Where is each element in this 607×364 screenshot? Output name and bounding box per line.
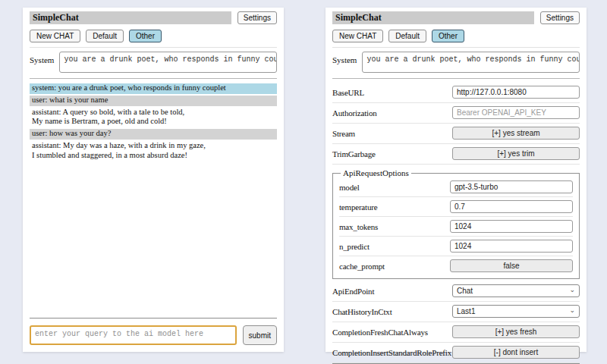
api-endpoint-select[interactable]: Chat ⌄ [452,284,580,297]
chat-message-line: user: what is your name [32,96,275,105]
query-input[interactable] [30,325,237,345]
trimgarbage-toggle-button[interactable]: [+] yes trim [452,147,580,160]
setting-row-max-tokens: max_tokens [339,217,573,237]
authorization-input[interactable] [452,106,580,119]
api-endpoint-label: ApiEndPoint [332,287,374,296]
new-chat-button[interactable]: New CHAT [332,30,383,42]
system-prompt-row: System you are a drunk poet, who respond… [332,52,580,73]
query-row: submit [30,325,277,345]
max-tokens-label: max_tokens [339,222,378,231]
setting-row-completion-fresh: CompletionFreshChatAlways [+] yes fresh [332,322,580,343]
chevron-down-icon: ⌄ [569,307,575,314]
completion-fresh-label: CompletionFreshChatAlways [332,328,428,337]
settings-button[interactable]: Settings [540,11,580,24]
trimgarbage-label: TrimGarbage [332,149,376,158]
query-area: submit [30,318,277,345]
setting-row-completion-insert: CompletionInsertStandardRolePrefix [-] d… [332,343,580,363]
app-title: SimpleChat [335,12,382,24]
setting-row-n-predict: n_predict [339,237,573,256]
settings-panel: SimpleChat Settings New CHAT Default Oth… [326,8,587,352]
chat-history-select[interactable]: Last1 ⌄ [452,305,580,318]
divider [30,318,277,318]
submit-button[interactable]: submit [243,325,277,345]
divider [30,47,277,48]
api-endpoint-selected-value: Chat [457,287,473,295]
api-request-options-fieldset: ApiRequestOptions model temperature max_… [332,168,580,279]
chat-message-user: user: what is your name [30,96,277,106]
completion-fresh-toggle-button[interactable]: [+] yes fresh [452,325,580,338]
session-button-other[interactable]: Other [129,30,162,42]
titlebar: SimpleChat [332,11,534,24]
cache-prompt-label: cache_prompt [339,262,385,271]
completion-insert-label: CompletionInsertStandardRolePrefix [332,348,451,357]
stream-label: Stream [332,129,355,138]
chevron-down-icon: ⌄ [569,287,575,293]
setting-row-trimgarbage: TrimGarbage [+] yes trim [332,144,580,165]
titlebar: SimpleChat [30,11,231,24]
session-button-default[interactable]: Default [86,30,124,42]
chat-message-line: My name is Bertram, a poet, old and cold… [32,117,275,127]
n-predict-label: n_predict [339,242,370,251]
chat-message-assistant: assistant: My day was a haze, with a dri… [30,141,277,162]
temperature-input[interactable] [450,200,573,213]
chat-history-label: ChatHistoryInCtxt [332,307,392,316]
titlebar-row: SimpleChat Settings [30,11,277,24]
workspace: SimpleChat Settings New CHAT Default Oth… [0,0,607,352]
system-prompt-row: System you are a drunk poet, who respond… [30,52,277,73]
chat-message-line: assistant: A query so bold, with a tale … [32,108,275,118]
divider [30,78,277,79]
chat-panel: SimpleChat Settings New CHAT Default Oth… [23,8,284,352]
sessions-row: New CHAT Default Other [332,30,580,42]
new-chat-button[interactable]: New CHAT [30,30,80,42]
baseurl-input[interactable] [452,86,580,99]
setting-row-chat-history: ChatHistoryInCtxt Last1 ⌄ [332,302,580,322]
max-tokens-input[interactable] [450,220,573,233]
system-label: System [332,52,357,73]
model-label: model [339,183,360,192]
settings-list: BaseURL Authorization Stream [+] yes str… [332,83,580,363]
setting-row-baseurl: BaseURL [332,83,580,103]
setting-row-stream: Stream [+] yes stream [332,124,580,144]
temperature-label: temperature [339,202,377,212]
stream-toggle-button[interactable]: [+] yes stream [452,127,580,140]
session-button-other[interactable]: Other [432,30,464,42]
authorization-label: Authorization [332,108,377,118]
system-prompt-input[interactable]: you are a drunk poet, who responds in fu… [362,52,580,73]
settings-button[interactable]: Settings [237,11,277,24]
chat-message-line: user: how was your day? [32,129,275,139]
setting-row-authorization: Authorization [332,103,580,124]
session-button-default[interactable]: Default [388,30,426,42]
system-label: System [30,52,54,73]
chat-message-assistant: assistant: A query so bold, with a tale … [30,108,277,128]
setting-row-cache-prompt: cache_prompt false [339,256,573,275]
chat-message-list: system: you are a drunk poet, who respon… [30,83,277,163]
n-predict-input[interactable] [450,240,573,253]
chat-message-user: user: how was your day? [30,129,277,140]
setting-row-temperature: temperature [339,197,573,217]
setting-row-api-endpoint: ApiEndPoint Chat ⌄ [332,281,580,302]
system-prompt-input[interactable]: you are a drunk poet, who responds in fu… [59,52,277,73]
titlebar-row: SimpleChat Settings [332,11,580,24]
completion-insert-toggle-button[interactable]: [-] dont insert [452,346,580,359]
baseurl-label: BaseURL [332,88,364,97]
chat-message-line: system: you are a drunk poet, who respon… [32,83,275,93]
divider [332,78,580,79]
chat-history-selected-value: Last1 [457,307,475,315]
api-request-options-legend: ApiRequestOptions [341,168,411,177]
divider [332,47,580,48]
chat-message-line: I stumbled and staggered, in a most absu… [32,151,275,161]
setting-row-model: model [339,177,573,197]
chat-message-line: assistant: My day was a haze, with a dri… [32,141,275,151]
cache-prompt-toggle-button[interactable]: false [450,259,573,272]
chat-message-system: system: you are a drunk poet, who respon… [30,83,277,94]
app-title: SimpleChat [33,12,79,24]
sessions-row: New CHAT Default Other [30,30,277,42]
model-input[interactable] [450,180,573,193]
